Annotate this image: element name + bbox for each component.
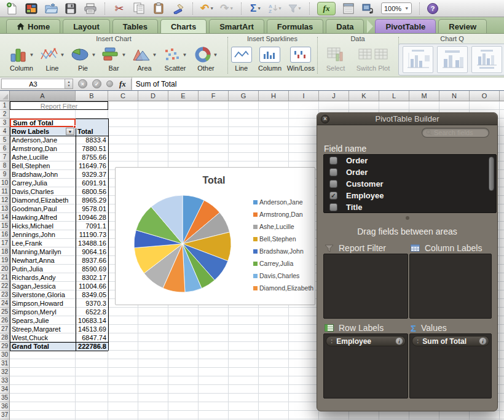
insert-other-chart-button[interactable]: ▼ Other [191, 44, 221, 72]
toolbox-icon[interactable] [342, 2, 355, 15]
checkbox-icon[interactable] [329, 203, 337, 211]
row-header-29[interactable]: 29 [0, 342, 10, 351]
row-header-25[interactable]: 25 [0, 308, 10, 316]
checkbox-icon[interactable] [329, 180, 337, 188]
cell-employee-name[interactable]: Newhart,Anna [10, 256, 76, 265]
cell-total-value[interactable]: 10683.14 [76, 316, 108, 325]
copy-icon[interactable] [132, 2, 146, 15]
select-all-corner[interactable] [0, 91, 10, 101]
cell-employee-name[interactable]: Simpson,Howard [10, 299, 76, 308]
cell-employee-name[interactable]: Anderson,Jane [10, 136, 76, 144]
media-browser-icon[interactable] [361, 2, 375, 15]
field-list-scrollbar[interactable] [489, 157, 494, 191]
tab-smartart[interactable]: SmartArt [209, 19, 264, 33]
formula-builder-button[interactable]: fx [317, 2, 336, 15]
field-info-icon[interactable]: i [395, 337, 403, 345]
row-header-36[interactable]: 36 [0, 402, 10, 411]
row-header-13[interactable]: 13 [0, 204, 10, 213]
cell-total-value[interactable]: 6847.74 [76, 333, 108, 342]
cell-total-value[interactable]: 6091.91 [76, 179, 108, 187]
cell-total-value[interactable]: 7880.51 [76, 144, 108, 153]
formula-input[interactable]: Sum of Total [132, 77, 504, 90]
list-resize-handle[interactable] [406, 216, 409, 220]
pill-drag-handle[interactable]: : [417, 338, 419, 344]
report-filter-area[interactable] [323, 254, 408, 319]
chart-layout-thumbnail[interactable] [403, 46, 433, 73]
tab-layout[interactable]: Layout [63, 19, 110, 33]
row-header-22[interactable]: 22 [0, 282, 10, 290]
column-header-P[interactable]: P [500, 91, 504, 101]
tab-pivottable[interactable]: PivotTable [375, 19, 436, 33]
cell-employee-name[interactable]: Carrey,Julia [10, 179, 76, 187]
cell-total-value[interactable]: 10946.28 [76, 213, 108, 222]
row-header-8[interactable]: 8 [0, 161, 10, 170]
pill-drag-handle[interactable]: : [331, 338, 333, 344]
cell-employee-name[interactable]: Jennings,John [10, 230, 76, 239]
column-header-E[interactable]: E [168, 91, 199, 101]
row-header-34[interactable]: 34 [0, 385, 10, 394]
cell-total-value[interactable]: 11190.73 [76, 230, 108, 239]
row-header-19[interactable]: 19 [0, 256, 10, 265]
cell-total-value[interactable]: 8590.69 [76, 265, 108, 273]
row-header-33[interactable]: 33 [0, 376, 10, 385]
cell-employee-name[interactable]: Silverstone,Gloria [10, 290, 76, 299]
cell-total-value[interactable]: 6522.8 [76, 308, 108, 316]
insert-pie-chart-button[interactable]: ▼ Pie [68, 44, 98, 72]
new-document-icon[interactable] [5, 2, 18, 15]
print-icon[interactable] [84, 2, 97, 15]
cell-employee-name[interactable]: Richards,Andy [10, 273, 76, 282]
row-header-16[interactable]: 16 [0, 230, 10, 239]
cell-total-value[interactable]: 11004.66 [76, 282, 108, 290]
column-labels-area[interactable] [409, 254, 492, 319]
autosum-icon[interactable]: Σ▼ [249, 2, 262, 15]
cell-total-value[interactable]: 8302.17 [76, 273, 108, 282]
zoom-level-select[interactable]: 100%▼ [381, 2, 412, 14]
sparkline-winloss-button[interactable]: Win/Loss [286, 44, 316, 72]
column-header-L[interactable]: L [379, 91, 409, 101]
row-header-17[interactable]: 17 [0, 239, 10, 247]
cell-employee-name[interactable]: Bradshaw,John [10, 170, 76, 179]
cell-employee-name[interactable]: Ashe,Lucille [10, 153, 76, 161]
sparkline-line-button[interactable]: Line [229, 44, 254, 72]
tab-home[interactable]: Home [6, 19, 60, 33]
cell-total-value[interactable]: 9064.16 [76, 247, 108, 256]
cell-total-value[interactable]: 8965.29 [76, 196, 108, 204]
row-header-23[interactable]: 23 [0, 290, 10, 299]
cell-A3-active[interactable]: Sum of Total [10, 119, 76, 127]
row-header-31[interactable]: 31 [0, 359, 10, 368]
sparkline-column-button[interactable]: Column [255, 44, 284, 72]
entry-option-icon[interactable] [106, 80, 113, 87]
cell-employee-name[interactable]: Hicks,Michael [10, 222, 76, 230]
field-row-order[interactable]: Order [324, 166, 496, 178]
undo-icon[interactable]: ↶▼ [200, 2, 214, 15]
insert-function-icon[interactable]: fx [119, 79, 126, 89]
column-header-J[interactable]: J [319, 91, 349, 101]
cell-total-value[interactable]: 11649.76 [76, 161, 108, 170]
row-header-32[interactable]: 32 [0, 368, 10, 376]
cell-total-value[interactable]: 8349.05 [76, 290, 108, 299]
row-header-11[interactable]: 11 [0, 187, 10, 196]
cell-employee-name[interactable]: Armstrong,Dan [10, 144, 76, 153]
cell-total-value[interactable]: 6800.56 [76, 187, 108, 196]
cell-B29-grand-total-value[interactable]: 222786.8 [76, 342, 108, 351]
cell-employee-name[interactable]: Davis,Charles [10, 187, 76, 196]
row-labels-area[interactable]: :Employeei [323, 333, 408, 399]
field-pill-employee[interactable]: :Employeei [326, 336, 406, 346]
dialog-title-bar[interactable]: PivotTable Builder [317, 113, 497, 125]
insert-bar-chart-button[interactable]: ▼ Bar [99, 44, 128, 72]
cell-employee-name[interactable]: Goodman,Paul [10, 204, 76, 213]
row-header-5[interactable]: 5 [0, 136, 10, 144]
row-header-30[interactable]: 30 [0, 351, 10, 359]
cell-employee-name[interactable]: Spears,Julie [10, 316, 76, 325]
row-header-24[interactable]: 24 [0, 299, 10, 308]
name-box[interactable]: A3 [1, 79, 65, 89]
cell-total-value[interactable]: 14513.69 [76, 325, 108, 333]
column-header-M[interactable]: M [409, 91, 439, 101]
open-icon[interactable] [44, 2, 58, 15]
chart-layout-thumbnail[interactable] [471, 46, 502, 73]
column-header-B[interactable]: B [76, 91, 108, 101]
elements-gallery-icon[interactable] [25, 2, 38, 15]
save-icon[interactable] [64, 2, 77, 15]
cell-total-value[interactable]: 9329.37 [76, 170, 108, 179]
column-header-D[interactable]: D [138, 91, 168, 101]
